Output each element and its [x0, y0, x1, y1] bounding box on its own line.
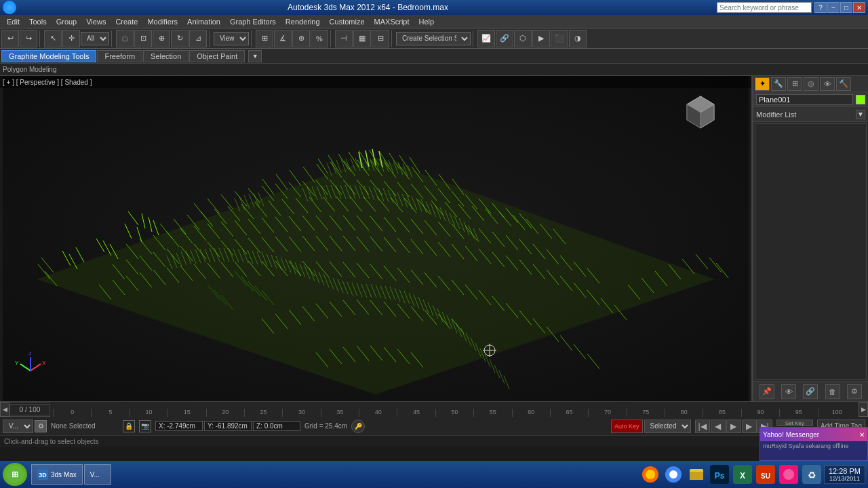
- menu-customize[interactable]: Customize: [326, 17, 369, 26]
- make-unique-button[interactable]: 🔗: [803, 384, 818, 399]
- tab-selection[interactable]: Selection: [143, 50, 189, 62]
- array-button[interactable]: ▦: [353, 30, 371, 47]
- remove-modifier-button[interactable]: 🗑: [825, 384, 840, 399]
- tab-graphite-modeling[interactable]: Graphite Modeling Tools: [1, 50, 96, 62]
- svg-text:X: X: [740, 471, 745, 481]
- menu-help[interactable]: Help: [415, 17, 439, 26]
- taskbar-3dsmax[interactable]: 3D 3ds Max: [31, 464, 83, 485]
- taskbar-recycle-icon[interactable]: ♻: [801, 464, 823, 485]
- utilities-panel-icon[interactable]: 🔨: [836, 77, 851, 91]
- create-panel-icon[interactable]: ✦: [755, 77, 770, 91]
- rotate-button[interactable]: ↻: [171, 30, 189, 47]
- taskbar-sketchup-icon[interactable]: SU: [755, 464, 776, 485]
- show-end-result-button[interactable]: 👁: [781, 384, 796, 399]
- taskbar-vee[interactable]: V...: [84, 464, 111, 485]
- menu-edit[interactable]: Edit: [3, 17, 24, 26]
- auto-key-button[interactable]: Auto Key: [611, 420, 643, 433]
- taskbar-firefox-icon[interactable]: [639, 464, 661, 485]
- material-editor-button[interactable]: ⬡: [514, 30, 532, 47]
- modify-panel-icon[interactable]: 🔧: [771, 77, 786, 91]
- tick-15: 75: [627, 409, 665, 417]
- menu-maxscript[interactable]: MAXScript: [370, 17, 414, 26]
- tick-1: 5: [91, 409, 129, 417]
- object-color[interactable]: [856, 95, 865, 104]
- close-button[interactable]: ✕: [853, 2, 865, 13]
- start-button[interactable]: ⊞: [3, 463, 27, 486]
- redo-button[interactable]: ↪: [20, 30, 37, 47]
- help-icon[interactable]: ?: [814, 2, 827, 13]
- configure-modifiers-button[interactable]: ⚙: [847, 384, 862, 399]
- tab-object-paint[interactable]: Object Paint: [189, 50, 245, 62]
- undo-button[interactable]: ↩: [1, 30, 19, 47]
- layer-select[interactable]: V...: [3, 420, 33, 433]
- viewport[interactable]: [ + ] [ Perspective ] [ Shaded ] // This…: [0, 76, 753, 401]
- menu-create[interactable]: Create: [111, 17, 142, 26]
- render-button[interactable]: ▶: [532, 30, 550, 47]
- percent-snap-button[interactable]: %: [311, 30, 328, 47]
- taskbar-photoshop-icon[interactable]: Ps: [709, 464, 730, 485]
- taskbar-excel-icon[interactable]: X: [732, 464, 753, 485]
- y-coord: Y: -61.892cm: [204, 421, 252, 431]
- hierarchy-panel-icon[interactable]: ⊞: [787, 77, 802, 91]
- pin-stack-button[interactable]: 📌: [760, 384, 774, 399]
- taskbar-itunes-icon[interactable]: [778, 464, 800, 485]
- taskbar-tray: 12:28 PM12/13/2011: [824, 465, 865, 484]
- menu-group[interactable]: Group: [52, 17, 81, 26]
- axis-indicator: X Y Z: [14, 347, 47, 381]
- object-name[interactable]: Plane001: [756, 94, 853, 105]
- tab-freeform[interactable]: Freeform: [97, 50, 142, 62]
- play-button[interactable]: ▶: [726, 420, 741, 433]
- scale-button[interactable]: ⊿: [189, 30, 207, 47]
- svg-text:⊞: ⊞: [12, 470, 18, 479]
- schematic-button[interactable]: 🔗: [496, 30, 513, 47]
- motion-panel-icon[interactable]: ◎: [804, 77, 818, 91]
- create-selection-dropdown[interactable]: Create Selection S...: [396, 32, 471, 45]
- menu-modifiers[interactable]: Modifiers: [143, 17, 182, 26]
- active-shade-button[interactable]: ◑: [569, 30, 587, 47]
- polygon-modeling-label: Polygon Modeling: [3, 66, 57, 73]
- tick-6: 30: [282, 409, 320, 417]
- window-crossing-button[interactable]: ⊡: [134, 30, 152, 47]
- yahoo-close-button[interactable]: ✕: [859, 431, 865, 439]
- mirror-button[interactable]: ⊣: [335, 30, 353, 47]
- layer-settings-button[interactable]: ⚙: [35, 420, 47, 432]
- grid-info: Grid = 25.4cm: [304, 422, 347, 430]
- timeline-scroll-left[interactable]: ◀: [0, 402, 9, 417]
- move-button[interactable]: ⊕: [153, 30, 170, 47]
- svg-point-404: [669, 470, 677, 479]
- key-mode-icon[interactable]: 🔑: [351, 420, 365, 433]
- modifier-list-dropdown-button[interactable]: ▼: [856, 110, 865, 119]
- timeline-ruler[interactable]: 0 5 10 15 20 25 30 35 40 45 50 55 60 65 …: [50, 402, 859, 417]
- curve-editor-button[interactable]: 📈: [477, 30, 495, 47]
- prev-frame-button[interactable]: ◀: [711, 420, 726, 433]
- menu-views[interactable]: Views: [82, 17, 110, 26]
- prev-key-button[interactable]: |◀: [695, 420, 710, 433]
- next-frame-button[interactable]: ▶: [742, 420, 757, 433]
- spinner-snap-button[interactable]: ⊛: [292, 30, 310, 47]
- search-input[interactable]: [717, 2, 812, 13]
- select-button[interactable]: ↖: [44, 30, 62, 47]
- tick-9: 45: [397, 409, 435, 417]
- key-scope-select[interactable]: Selected: [644, 420, 691, 433]
- maximize-button[interactable]: □: [840, 2, 852, 13]
- menu-animation[interactable]: Animation: [183, 17, 224, 26]
- minimize-button[interactable]: −: [827, 2, 840, 13]
- graphite-expand-button[interactable]: ▼: [248, 50, 262, 62]
- filter-dropdown[interactable]: All: [81, 32, 109, 45]
- align-button[interactable]: ⊟: [372, 30, 389, 47]
- set-key-button[interactable]: Set Key: [776, 420, 813, 426]
- timeline-scroll-right[interactable]: ▶: [859, 402, 868, 417]
- cube-navigator[interactable]: [677, 89, 724, 137]
- display-panel-icon[interactable]: 👁: [820, 77, 835, 91]
- angle-snap-button[interactable]: ∡: [274, 30, 292, 47]
- taskbar-winexplorer-icon[interactable]: [686, 464, 707, 485]
- menu-graph-editors[interactable]: Graph Editors: [226, 17, 280, 26]
- quickrender-button[interactable]: ⬛: [551, 30, 568, 47]
- menu-rendering[interactable]: Rendering: [281, 17, 324, 26]
- select-move-button[interactable]: ✛: [62, 30, 80, 47]
- snap-button[interactable]: ⊞: [256, 30, 273, 47]
- taskbar-chrome-icon[interactable]: [663, 464, 684, 485]
- view-dropdown[interactable]: View: [214, 32, 249, 45]
- select-region-button[interactable]: □: [116, 30, 134, 47]
- menu-tools[interactable]: Tools: [25, 17, 51, 26]
